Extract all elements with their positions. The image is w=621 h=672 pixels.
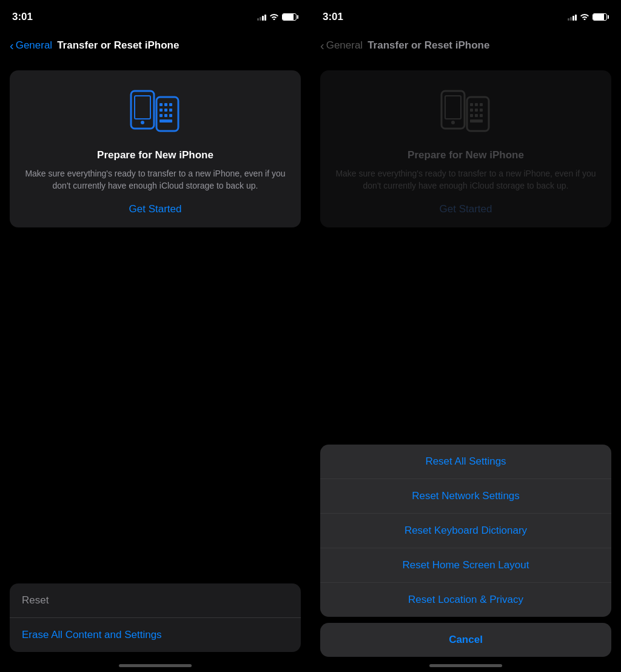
svg-rect-8 [164,109,167,112]
reset-action-sheet: Reset All Settings Reset Network Setting… [320,445,611,617]
svg-rect-1 [135,96,150,119]
home-indicator-left [0,664,310,672]
wifi-icon-left [269,13,279,22]
svg-rect-12 [169,114,172,117]
spacer-right [310,237,621,445]
content-right: Prepare for New iPhone Make sure everyth… [310,61,621,237]
reset-home-screen-layout-button[interactable]: Reset Home Screen Layout [320,548,611,583]
signal-icon-right [568,13,577,21]
erase-all-button[interactable]: Erase All Content and Settings [10,618,301,652]
back-button-right: ‹ General [320,39,363,52]
svg-rect-10 [159,114,163,117]
home-bar-right [429,664,502,667]
svg-rect-21 [470,109,473,112]
reset-location-privacy-button[interactable]: Reset Location & Privacy [320,583,611,617]
svg-point-2 [141,121,144,124]
reset-network-settings-button[interactable]: Reset Network Settings [320,479,611,514]
get-started-link-right: Get Started [440,203,492,215]
page-title-right: Transfer or Reset iPhone [368,39,489,52]
prepare-card-left: Prepare for New iPhone Make sure everyth… [10,70,301,227]
transfer-icon-left [125,85,186,139]
time-left: 3:01 [12,11,33,23]
svg-rect-22 [475,109,478,112]
svg-rect-25 [475,114,478,117]
reset-all-settings-button[interactable]: Reset All Settings [320,445,611,479]
card-title-right: Prepare for New iPhone [408,149,524,161]
status-icons-right [568,13,609,22]
right-panel: 3:01 ‹ General Transfer or Re [310,0,621,672]
svg-rect-3 [156,97,178,131]
home-indicator-right [310,664,621,672]
reset-keyboard-dictionary-button[interactable]: Reset Keyboard Dictionary [320,514,611,548]
back-button-left[interactable]: ‹ General [10,39,52,52]
get-started-link-left[interactable]: Get Started [129,203,182,215]
left-bottom: Reset Erase All Content and Settings [0,583,310,664]
card-description-left: Make sure everything's ready to transfer… [22,167,289,192]
nav-bar-right: ‹ General Transfer or Reset iPhone [310,30,621,61]
page-title-left: Transfer or Reset iPhone [57,39,179,52]
nav-bar-left: ‹ General Transfer or Reset iPhone [0,30,310,61]
svg-rect-5 [164,103,167,106]
svg-rect-26 [480,114,483,117]
svg-rect-27 [470,119,483,123]
wifi-icon-right [580,13,589,22]
back-label-left: General [16,39,52,52]
signal-icon-left [257,13,266,21]
status-bar-right: 3:01 [310,0,621,30]
svg-rect-11 [164,114,167,117]
svg-rect-24 [470,114,473,117]
svg-rect-6 [169,103,172,106]
reset-label: Reset [10,583,301,618]
chevron-left-icon: ‹ [10,39,14,52]
left-panel: 3:01 ‹ General Transfer or Re [0,0,310,672]
card-description-right: Make sure everything's ready to transfer… [332,167,599,192]
svg-rect-17 [467,97,489,131]
svg-rect-4 [159,103,163,106]
battery-icon-right [592,13,609,21]
reset-card-left: Reset Erase All Content and Settings [10,583,301,652]
content-left: Prepare for New iPhone Make sure everyth… [0,61,310,583]
time-right: 3:01 [323,11,343,23]
status-bar-left: 3:01 [0,0,310,30]
svg-rect-13 [159,119,172,123]
svg-rect-18 [470,103,473,106]
svg-rect-20 [480,103,483,106]
status-icons-left [257,13,298,22]
prepare-card-right: Prepare for New iPhone Make sure everyth… [320,70,611,227]
battery-icon-left [282,13,298,21]
svg-rect-7 [159,109,163,112]
svg-rect-19 [475,103,478,106]
svg-rect-15 [445,96,461,119]
home-bar-left [119,664,192,667]
svg-point-16 [451,121,455,124]
transfer-icon-right [435,85,496,139]
back-label-right: General [326,39,363,52]
svg-rect-9 [169,109,172,112]
card-title-left: Prepare for New iPhone [97,149,213,161]
cancel-button[interactable]: Cancel [320,623,611,657]
chevron-left-icon-right: ‹ [320,39,324,52]
svg-rect-23 [480,109,483,112]
